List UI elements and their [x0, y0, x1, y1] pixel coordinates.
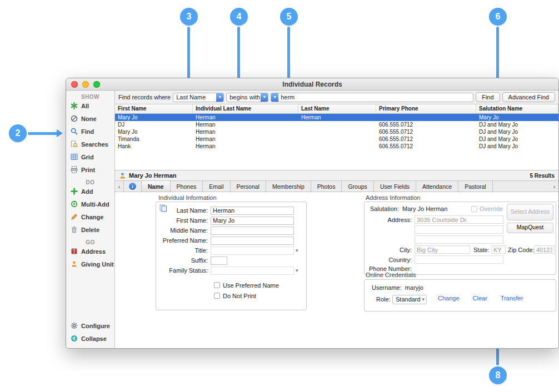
zoom-window-button[interactable]	[93, 81, 100, 88]
sidebar-item-find[interactable]: Find	[66, 125, 114, 138]
grid-icon	[70, 153, 78, 161]
table-row[interactable]: Timanda Herman 606.555.0712 DJ and Mary …	[115, 135, 558, 143]
role-dropdown[interactable]: Standard	[392, 295, 427, 304]
tab-personal[interactable]: Personal	[231, 181, 266, 192]
clear-link[interactable]: Clear	[473, 295, 487, 301]
sidebar-item-print[interactable]: Print	[66, 163, 114, 176]
tab-phones[interactable]: Phones	[171, 181, 203, 192]
change-link[interactable]: Change	[438, 295, 460, 301]
chevron-down-icon[interactable]	[296, 268, 298, 273]
sidebar-item-label: Collapse	[81, 335, 107, 342]
table-row[interactable]: Hank Herman 606.555.0712 DJ and Mary Jo	[115, 143, 558, 150]
country-field[interactable]	[415, 255, 503, 264]
credential-links: Change Clear Transfer	[438, 295, 523, 301]
column-header-primary-phone[interactable]: Primary Phone	[376, 104, 476, 113]
sidebar-item-giving-unit[interactable]: Giving Unit	[66, 258, 114, 270]
title-bar[interactable]: Individual Records	[66, 78, 558, 91]
sidebar-item-change[interactable]: Change	[66, 210, 114, 223]
tab-groups[interactable]: Groups	[342, 181, 373, 192]
sidebar-item-collapse[interactable]: Collapse	[66, 332, 114, 345]
table-row[interactable]: Mary Jo Herman Herman Mary Jo	[115, 114, 558, 121]
find-bar: Find records where Last Name begins with…	[115, 91, 558, 104]
operator-dropdown-value: begins with	[227, 93, 261, 102]
sidebar-item-address[interactable]: Address	[66, 245, 114, 258]
copy-icon[interactable]	[159, 204, 167, 213]
family-status-dropdown[interactable]	[211, 267, 294, 275]
tab-attendance[interactable]: Attendance	[416, 181, 458, 192]
zip-code-field[interactable]	[534, 245, 555, 254]
callout-8: 8	[489, 366, 507, 384]
table-row[interactable]: Mary Jo Herman 606.555.0712 DJ and Mary …	[115, 128, 558, 135]
last-name-field[interactable]	[211, 207, 294, 215]
tab-membership[interactable]: Membership	[266, 181, 311, 192]
sidebar-item-all[interactable]: All	[66, 99, 114, 112]
sidebar-item-searches[interactable]: Searches	[66, 138, 114, 150]
person-icon	[119, 172, 126, 179]
salutation-value: Mary Jo Herman	[402, 205, 447, 212]
find-button[interactable]: Find	[476, 92, 500, 102]
callout-4: 4	[230, 8, 248, 26]
column-header-first-name[interactable]: First Name	[115, 104, 193, 113]
sidebar-item-label: Add	[81, 188, 93, 195]
field-dropdown[interactable]: Last Name	[173, 93, 224, 102]
sidebar-item-label: Grid	[81, 154, 94, 160]
city-field[interactable]	[415, 245, 470, 254]
online-credentials-title: Online Credentials	[366, 272, 416, 278]
sidebar-item-configure[interactable]: Configure	[66, 319, 114, 332]
tab-pastoral[interactable]: Pastoral	[458, 181, 493, 192]
address-line3-field[interactable]	[415, 235, 503, 244]
tab-email[interactable]: Email	[203, 181, 230, 192]
tab-photos[interactable]: Photos	[311, 181, 342, 192]
first-name-label: First Name:	[156, 217, 211, 224]
override-checkbox[interactable]	[471, 206, 477, 212]
tab-user-fields[interactable]: User Fields	[374, 181, 416, 192]
tab-info[interactable]	[123, 181, 142, 192]
screenshot-root: { "callouts": { "c2": "2", "c3": "3", "c…	[0, 0, 559, 392]
sidebar-item-grid[interactable]: Grid	[66, 150, 114, 163]
sidebar-section-show: SHOW	[66, 91, 114, 99]
table-row[interactable]: DJ Herman 606.555.0712 DJ and Mary Jo	[115, 121, 558, 128]
tabs-scroll-right-icon[interactable]	[550, 181, 558, 192]
sidebar-item-label: Delete	[81, 227, 99, 233]
chevron-down-icon[interactable]	[261, 93, 268, 102]
column-header-last-name[interactable]: Last Name	[298, 104, 376, 113]
sidebar: SHOW All None Find Searches	[66, 91, 115, 348]
sidebar-item-add[interactable]: Add	[66, 185, 114, 198]
close-window-button[interactable]	[71, 81, 78, 88]
tab-name[interactable]: Name	[142, 181, 171, 192]
mapquest-button[interactable]: MapQuest	[507, 223, 553, 233]
chevron-down-icon[interactable]	[271, 93, 278, 102]
minimize-window-button[interactable]	[82, 81, 89, 88]
search-icon	[70, 128, 78, 135]
advanced-find-button[interactable]: Advanced Find	[502, 92, 555, 102]
middle-name-field[interactable]	[211, 227, 294, 235]
transfer-link[interactable]: Transfer	[501, 295, 523, 301]
chevron-down-icon[interactable]	[216, 93, 223, 102]
sidebar-item-none[interactable]: None	[66, 112, 114, 125]
main-panel: Find records where Last Name begins with…	[115, 91, 558, 348]
sidebar-item-delete[interactable]: Delete	[66, 223, 114, 236]
address-line1-field[interactable]	[415, 215, 503, 224]
suffix-field[interactable]	[211, 257, 227, 265]
traffic-lights	[71, 81, 100, 88]
family-status-label: Family Status:	[156, 267, 211, 274]
use-preferred-name-checkbox[interactable]	[214, 282, 220, 288]
column-header-salutation[interactable]: Salutation Name	[476, 104, 558, 113]
results-count: 5 Results	[530, 173, 555, 179]
select-address-button[interactable]: Select Address	[507, 204, 553, 220]
search-input[interactable]	[278, 93, 473, 102]
do-not-print-checkbox[interactable]	[214, 293, 220, 299]
sidebar-section-go: GO	[66, 236, 114, 245]
username-label: Username:	[372, 284, 402, 291]
state-field[interactable]	[491, 245, 506, 254]
chevron-down-icon[interactable]	[296, 248, 298, 253]
column-header-individual-last[interactable]: Individual Last Name	[193, 104, 298, 113]
tabs-scroll-left-icon[interactable]	[115, 181, 123, 192]
first-name-field[interactable]	[211, 217, 294, 225]
chevron-down-icon[interactable]	[422, 296, 425, 304]
sidebar-item-multi-add[interactable]: Multi-Add	[66, 198, 114, 210]
operator-dropdown[interactable]: begins with	[226, 93, 268, 102]
preferred-name-field[interactable]	[211, 237, 294, 245]
title-dropdown[interactable]	[211, 247, 294, 255]
address-line2-field[interactable]	[415, 225, 503, 234]
